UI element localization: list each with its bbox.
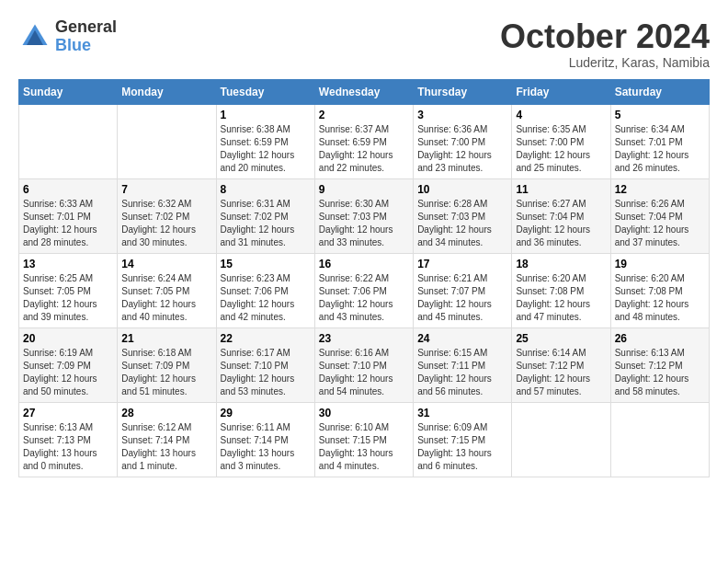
day-info: Sunrise: 6:25 AMSunset: 7:05 PMDaylight:…: [23, 272, 113, 324]
day-info: Sunrise: 6:13 AMSunset: 7:12 PMDaylight:…: [615, 347, 705, 398]
calendar-header-friday: Friday: [512, 79, 610, 104]
day-info: Sunrise: 6:19 AMSunset: 7:09 PMDaylight:…: [23, 347, 113, 398]
logo: General Blue: [18, 18, 117, 55]
calendar-table: SundayMondayTuesdayWednesdayThursdayFrid…: [18, 79, 710, 477]
day-info: Sunrise: 6:36 AMSunset: 7:00 PMDaylight:…: [417, 123, 507, 175]
day-info: Sunrise: 6:31 AMSunset: 7:02 PMDaylight:…: [221, 198, 311, 249]
day-info: Sunrise: 6:30 AMSunset: 7:03 PMDaylight:…: [319, 198, 409, 249]
title-block: October 2024 Luderitz, Karas, Namibia: [500, 18, 710, 70]
day-info: Sunrise: 6:12 AMSunset: 7:14 PMDaylight:…: [121, 421, 211, 473]
day-number: 15: [221, 258, 311, 270]
calendar-cell: 30Sunrise: 6:10 AMSunset: 7:15 PMDayligh…: [314, 402, 413, 477]
day-info: Sunrise: 6:10 AMSunset: 7:15 PMDaylight:…: [319, 421, 409, 473]
day-number: 1: [221, 109, 311, 121]
calendar-week-1: 1Sunrise: 6:38 AMSunset: 6:59 PMDaylight…: [19, 104, 710, 178]
day-info: Sunrise: 6:14 AMSunset: 7:12 PMDaylight:…: [516, 347, 606, 398]
calendar-cell: 24Sunrise: 6:15 AMSunset: 7:11 PMDayligh…: [414, 327, 512, 402]
calendar-cell: 31Sunrise: 6:09 AMSunset: 7:15 PMDayligh…: [414, 402, 512, 477]
day-number: 7: [121, 183, 211, 196]
day-number: 14: [121, 258, 211, 270]
calendar-header-row: SundayMondayTuesdayWednesdayThursdayFrid…: [19, 79, 710, 104]
day-number: 29: [221, 407, 311, 419]
calendar-header-tuesday: Tuesday: [216, 79, 314, 104]
day-info: Sunrise: 6:37 AMSunset: 6:59 PMDaylight:…: [319, 123, 409, 175]
day-info: Sunrise: 6:22 AMSunset: 7:06 PMDaylight:…: [319, 272, 409, 324]
calendar-cell: 3Sunrise: 6:36 AMSunset: 7:00 PMDaylight…: [414, 104, 512, 178]
calendar-cell: 13Sunrise: 6:25 AMSunset: 7:05 PMDayligh…: [19, 253, 118, 327]
calendar-cell: 19Sunrise: 6:20 AMSunset: 7:08 PMDayligh…: [610, 253, 709, 327]
day-number: 27: [23, 407, 113, 419]
logo-text: General Blue: [55, 18, 117, 55]
calendar-cell: 2Sunrise: 6:37 AMSunset: 6:59 PMDaylight…: [314, 104, 413, 178]
calendar-cell: 10Sunrise: 6:28 AMSunset: 7:03 PMDayligh…: [414, 178, 512, 253]
day-info: Sunrise: 6:26 AMSunset: 7:04 PMDaylight:…: [615, 198, 705, 249]
day-number: 18: [516, 258, 606, 270]
day-number: 16: [319, 258, 409, 270]
calendar-header-wednesday: Wednesday: [314, 79, 413, 104]
calendar-week-3: 13Sunrise: 6:25 AMSunset: 7:05 PMDayligh…: [19, 253, 710, 327]
calendar-cell: 18Sunrise: 6:20 AMSunset: 7:08 PMDayligh…: [512, 253, 610, 327]
calendar-cell: [19, 104, 118, 178]
day-info: Sunrise: 6:17 AMSunset: 7:10 PMDaylight:…: [221, 347, 311, 398]
day-number: 28: [121, 407, 211, 419]
day-number: 23: [319, 332, 409, 345]
day-info: Sunrise: 6:13 AMSunset: 7:13 PMDaylight:…: [23, 421, 113, 473]
day-number: 9: [319, 183, 409, 196]
day-number: 11: [516, 183, 606, 196]
day-number: 17: [417, 258, 507, 270]
calendar-cell: 22Sunrise: 6:17 AMSunset: 7:10 PMDayligh…: [216, 327, 314, 402]
calendar-header-thursday: Thursday: [414, 79, 512, 104]
calendar-cell: 9Sunrise: 6:30 AMSunset: 7:03 PMDaylight…: [314, 178, 413, 253]
calendar-week-5: 27Sunrise: 6:13 AMSunset: 7:13 PMDayligh…: [19, 402, 710, 477]
calendar-cell: 7Sunrise: 6:32 AMSunset: 7:02 PMDaylight…: [118, 178, 216, 253]
day-info: Sunrise: 6:35 AMSunset: 7:00 PMDaylight:…: [516, 123, 606, 175]
day-info: Sunrise: 6:20 AMSunset: 7:08 PMDaylight:…: [516, 272, 606, 324]
calendar-cell: 1Sunrise: 6:38 AMSunset: 6:59 PMDaylight…: [216, 104, 314, 178]
day-info: Sunrise: 6:34 AMSunset: 7:01 PMDaylight:…: [615, 123, 705, 175]
calendar-cell: [512, 402, 610, 477]
calendar-week-2: 6Sunrise: 6:33 AMSunset: 7:01 PMDaylight…: [19, 178, 710, 253]
day-number: 2: [319, 109, 409, 121]
day-info: Sunrise: 6:27 AMSunset: 7:04 PMDaylight:…: [516, 198, 606, 249]
calendar-cell: [118, 104, 216, 178]
day-number: 22: [221, 332, 311, 345]
day-info: Sunrise: 6:21 AMSunset: 7:07 PMDaylight:…: [417, 272, 507, 324]
day-number: 19: [615, 258, 705, 270]
day-info: Sunrise: 6:24 AMSunset: 7:05 PMDaylight:…: [121, 272, 211, 324]
day-info: Sunrise: 6:32 AMSunset: 7:02 PMDaylight:…: [121, 198, 211, 249]
calendar-cell: 16Sunrise: 6:22 AMSunset: 7:06 PMDayligh…: [314, 253, 413, 327]
calendar-cell: 8Sunrise: 6:31 AMSunset: 7:02 PMDaylight…: [216, 178, 314, 253]
calendar-cell: 26Sunrise: 6:13 AMSunset: 7:12 PMDayligh…: [610, 327, 709, 402]
day-info: Sunrise: 6:28 AMSunset: 7:03 PMDaylight:…: [417, 198, 507, 249]
month-title: October 2024: [500, 18, 710, 55]
calendar-cell: 4Sunrise: 6:35 AMSunset: 7:00 PMDaylight…: [512, 104, 610, 178]
day-info: Sunrise: 6:11 AMSunset: 7:14 PMDaylight:…: [221, 421, 311, 473]
day-info: Sunrise: 6:15 AMSunset: 7:11 PMDaylight:…: [417, 347, 507, 398]
day-number: 3: [417, 109, 507, 121]
calendar-cell: 20Sunrise: 6:19 AMSunset: 7:09 PMDayligh…: [19, 327, 118, 402]
calendar-cell: 5Sunrise: 6:34 AMSunset: 7:01 PMDaylight…: [610, 104, 709, 178]
day-number: 5: [615, 109, 705, 121]
day-number: 8: [221, 183, 311, 196]
day-info: Sunrise: 6:09 AMSunset: 7:15 PMDaylight:…: [417, 421, 507, 473]
location: Luderitz, Karas, Namibia: [500, 55, 710, 70]
calendar-cell: 6Sunrise: 6:33 AMSunset: 7:01 PMDaylight…: [19, 178, 118, 253]
calendar-header-saturday: Saturday: [610, 79, 709, 104]
day-info: Sunrise: 6:38 AMSunset: 6:59 PMDaylight:…: [221, 123, 311, 175]
calendar-cell: 27Sunrise: 6:13 AMSunset: 7:13 PMDayligh…: [19, 402, 118, 477]
calendar-cell: 15Sunrise: 6:23 AMSunset: 7:06 PMDayligh…: [216, 253, 314, 327]
day-number: 12: [615, 183, 705, 196]
day-number: 30: [319, 407, 409, 419]
day-number: 25: [516, 332, 606, 345]
logo-icon: [18, 20, 51, 53]
day-info: Sunrise: 6:33 AMSunset: 7:01 PMDaylight:…: [23, 198, 113, 249]
day-info: Sunrise: 6:18 AMSunset: 7:09 PMDaylight:…: [121, 347, 211, 398]
calendar-cell: 28Sunrise: 6:12 AMSunset: 7:14 PMDayligh…: [118, 402, 216, 477]
day-number: 4: [516, 109, 606, 121]
calendar-cell: 21Sunrise: 6:18 AMSunset: 7:09 PMDayligh…: [118, 327, 216, 402]
calendar-cell: 11Sunrise: 6:27 AMSunset: 7:04 PMDayligh…: [512, 178, 610, 253]
day-number: 21: [121, 332, 211, 345]
day-number: 26: [615, 332, 705, 345]
calendar-cell: 14Sunrise: 6:24 AMSunset: 7:05 PMDayligh…: [118, 253, 216, 327]
calendar-cell: 29Sunrise: 6:11 AMSunset: 7:14 PMDayligh…: [216, 402, 314, 477]
